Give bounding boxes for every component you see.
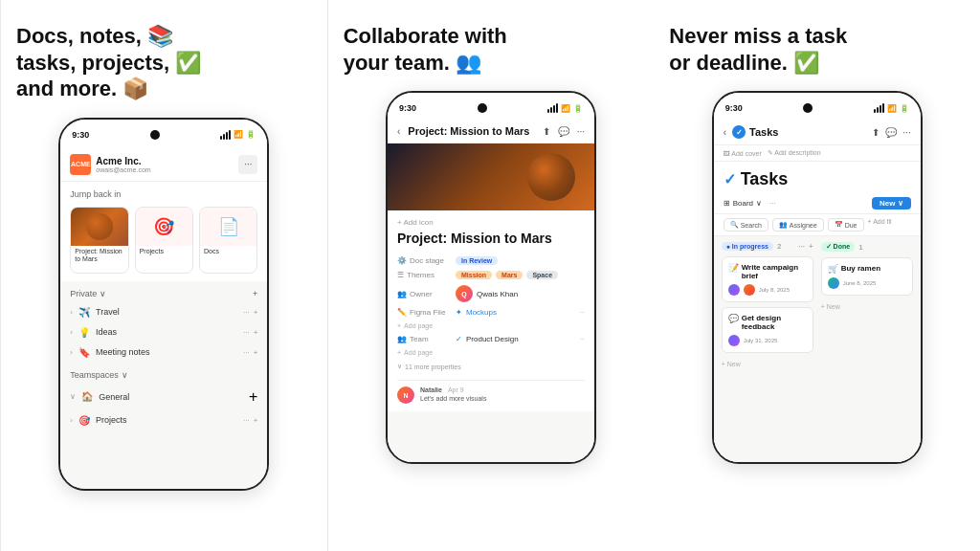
teamspaces-text: Teamspaces <box>70 370 119 380</box>
due-filter[interactable]: 📅 Due <box>828 218 864 231</box>
more-icon-2[interactable]: ··· <box>577 126 585 137</box>
nav-item-meeting-notes[interactable]: › 🔖 Meeting notes ··· + <box>60 342 267 363</box>
jump-back-label: Jump back in <box>60 182 267 203</box>
card-title-feedback: 💬 Get design feedback <box>728 314 807 331</box>
page-toolbar-3: 🖼 Add cover ✎ Add description <box>714 145 921 162</box>
chevron-right-projects: › <box>70 416 73 425</box>
meeting-dots[interactable]: ··· <box>243 348 250 357</box>
done-new-btn[interactable]: + New <box>821 300 913 313</box>
kanban-card-ramen[interactable]: 🛒 Buy ramen June 8, 2025 <box>821 257 913 296</box>
nav-item-meeting-left: › 🔖 Meeting notes <box>70 347 149 358</box>
prop-key-figma: ✏️Figma File <box>397 308 450 317</box>
phone-3-content: ‹ ✓ Tasks ⬆ 💬 ··· 🖼 Add cover ✎ Add desc… <box>714 120 921 462</box>
owner-avatar: Q <box>456 285 473 302</box>
in-review-badge: In Review <box>456 256 498 265</box>
add-cover-btn[interactable]: 🖼 Add cover <box>724 150 762 157</box>
acme-logo: ACME <box>70 154 91 175</box>
more-props[interactable]: ∨ 11 more properties <box>397 359 585 374</box>
nav-item-projects[interactable]: › 🎯 Projects ··· + <box>60 410 267 430</box>
back-icon-2[interactable]: ‹ <box>397 126 400 137</box>
recent-card-docs[interactable]: 📄 Docs <box>199 207 257 274</box>
meeting-actions: ··· + <box>243 348 257 357</box>
search-pill[interactable]: 🔍 Search <box>724 218 768 231</box>
assignee-filter[interactable]: 👥 Assignee <box>772 218 824 231</box>
travel-dots[interactable]: ··· <box>243 308 250 317</box>
figma-minus[interactable]: − <box>580 308 585 317</box>
new-button[interactable]: New ∨ <box>872 197 911 209</box>
add-page-row[interactable]: + Add page <box>397 320 585 332</box>
add-icon-label[interactable]: + Add icon <box>397 218 585 227</box>
target-icon: 🎯 <box>153 216 174 237</box>
prop-val-team: ✓ Product Design − <box>456 335 585 343</box>
recent-thumb-mars <box>71 208 127 246</box>
phone-2: 9:30 📶 🔋 ‹ Project: Mission to Mars ⬆ 💬 … <box>386 91 596 464</box>
page-nav-2: ‹ Project: Mission to Mars ⬆ 💬 ··· <box>388 120 594 143</box>
workspace-options-button[interactable]: ··· <box>238 155 257 174</box>
projects-dots[interactable]: ··· <box>243 416 250 425</box>
prop-row-figma: ✏️Figma File ✦ Mockups − <box>397 305 585 320</box>
page-title-2: Project: Mission to Mars <box>397 231 585 246</box>
travel-add[interactable]: + <box>254 308 258 317</box>
projects-add[interactable]: + <box>254 416 258 425</box>
recent-card-projects[interactable]: 🎯 Projects <box>135 207 193 274</box>
ideas-add[interactable]: + <box>254 328 258 337</box>
private-section-label: Private ∨ + <box>60 281 267 302</box>
chevron-down-teamspaces: ∨ <box>122 370 128 380</box>
chevron-down-icon: ∨ <box>100 289 106 298</box>
card-meta-campaign: July 8, 2025 <box>728 284 807 296</box>
page-body-2: + Add icon Project: Mission to Mars ⚙️Do… <box>388 210 594 411</box>
section-3: Never miss a taskor deadline. ✅ 9:30 📶 🔋… <box>654 0 980 551</box>
view-dots[interactable]: ··· <box>769 199 776 208</box>
meeting-add[interactable]: + <box>254 348 258 357</box>
inprogress-dots[interactable]: ··· <box>798 242 805 251</box>
share-icon[interactable]: ⬆ <box>543 126 550 137</box>
plus-icon-inprogress: + <box>722 361 725 367</box>
time-3: 9:30 <box>725 103 743 113</box>
inprogress-add[interactable]: + <box>809 242 813 251</box>
add-filter-btn[interactable]: + Add fil <box>868 218 892 231</box>
inprogress-new-btn[interactable]: + New <box>722 358 813 370</box>
back-icon-3[interactable]: ‹ <box>724 127 726 138</box>
camera-notch-3 <box>803 103 813 113</box>
page-nav-3: ‹ ✓ Tasks ⬆ 💬 ··· <box>714 120 921 145</box>
general-add[interactable]: + <box>249 388 257 406</box>
status-icons-3: 📶 🔋 <box>874 103 909 113</box>
nav-item-ideas[interactable]: › 💡 Ideas ··· + <box>60 322 267 342</box>
time-2: 9:30 <box>399 103 416 113</box>
new-label-inprogress: New <box>727 361 741 367</box>
more-props-label: 11 more properties <box>405 364 461 370</box>
team-minus[interactable]: − <box>580 335 585 343</box>
chevron-down-icon-props: ∨ <box>397 363 402 370</box>
battery-icon: 🔋 <box>246 130 256 139</box>
ideas-actions: ··· + <box>243 328 257 337</box>
col-header-done: ✓ Done 1 <box>821 242 913 252</box>
comment-row: N Natalie Apr 9 Let's add more visuals <box>397 386 585 404</box>
new-label-done: New <box>827 303 840 310</box>
nav-item-travel[interactable]: › ✈️ Travel ··· + <box>60 302 267 322</box>
headline-1: Docs, notes, 📚tasks, projects, ✅and more… <box>16 23 312 102</box>
share-icon-3[interactable]: ⬆ <box>872 127 880 138</box>
nav-item-general[interactable]: ∨ 🏠 General + <box>60 384 267 410</box>
figma-link[interactable]: Mockups <box>466 308 497 317</box>
board-label: Board <box>733 199 753 208</box>
board-view-btn[interactable]: ⊞ Board ∨ <box>724 199 762 208</box>
add-page-row-2[interactable]: + Add page <box>397 346 585 359</box>
kanban-card-campaign[interactable]: 📝 Write campaign brief July 8, 2025 <box>722 256 813 302</box>
card-date-feedback: July 31, 2025 <box>744 338 778 343</box>
add-description-btn[interactable]: ✎ Add description <box>768 149 821 157</box>
search-label: Search <box>741 222 762 229</box>
kanban-card-feedback[interactable]: 💬 Get design feedback July 31, 2025 <box>722 307 813 353</box>
projects-label: Projects <box>96 415 127 425</box>
meeting-notes-label: Meeting notes <box>96 347 150 357</box>
more-icon-3[interactable]: ··· <box>902 127 910 138</box>
ideas-dots[interactable]: ··· <box>243 328 250 337</box>
recent-card-mars[interactable]: Project: Missionto Mars <box>70 207 128 274</box>
prop-row-themes: ☰Themes Mission Mars Space <box>397 268 585 282</box>
comment-date: Apr 9 <box>448 386 464 393</box>
add-private-icon[interactable]: + <box>253 289 257 298</box>
comment-icon-3[interactable]: 💬 <box>885 127 897 138</box>
card-avatar-owais-2 <box>728 335 740 346</box>
assignee-label: Assignee <box>790 222 817 229</box>
comment-icon[interactable]: 💬 <box>558 126 569 137</box>
due-label: Due <box>845 222 858 229</box>
